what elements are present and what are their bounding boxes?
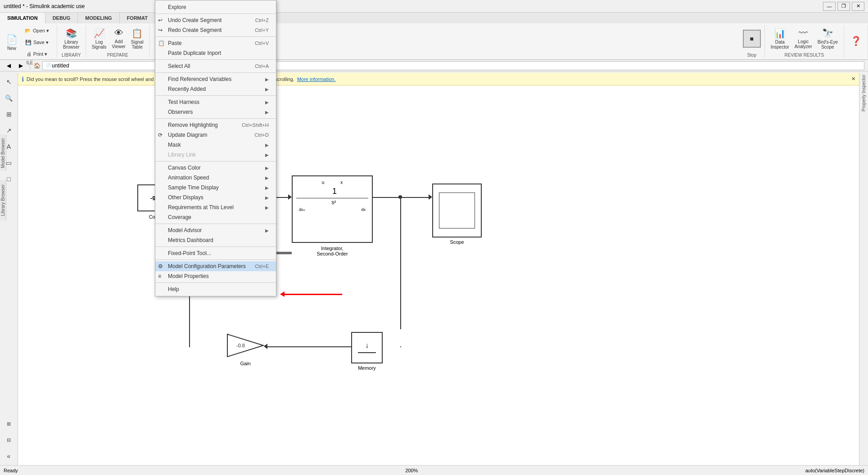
new-button[interactable]: 📄 New bbox=[4, 30, 20, 54]
nav-forward-button[interactable]: ▶ bbox=[16, 61, 26, 71]
save-button[interactable]: 💾 Save ▾ bbox=[21, 37, 53, 48]
library-browser-tab[interactable]: Library Browser bbox=[0, 180, 6, 220]
menu-item-paste[interactable]: 📋 Paste Ctrl+V bbox=[155, 38, 276, 48]
banner-close[interactable]: ✕ bbox=[851, 76, 855, 82]
address-text: untitled bbox=[52, 63, 69, 69]
memory-label: Memory bbox=[351, 365, 383, 371]
menu-sep-1 bbox=[155, 13, 276, 14]
menu-item-paste-dup[interactable]: Paste Duplicate Inport bbox=[155, 48, 276, 58]
save-icon: 💾 bbox=[25, 40, 32, 45]
menu-item-update-diagram[interactable]: ⟳ Update Diagram Ctrl+D bbox=[155, 130, 276, 140]
info-icon: ℹ bbox=[22, 76, 24, 83]
menu-item-coverage[interactable]: Coverage bbox=[155, 212, 276, 222]
titlebar-controls: — ❐ ✕ bbox=[823, 2, 864, 11]
nav-back-button[interactable]: ◀ bbox=[4, 61, 14, 71]
menu-sep-4 bbox=[155, 72, 276, 73]
left-sidebar: ↖ 🔍 ⊞ ↗ A ▭ □ ⊞ ⊟ « bbox=[0, 73, 18, 465]
menu-item-canvas-color[interactable]: Canvas Color ▶ bbox=[155, 163, 276, 173]
close-button[interactable]: ✕ bbox=[852, 2, 864, 11]
restore-button[interactable]: ❐ bbox=[837, 2, 850, 11]
sidebar-cursor-tool[interactable]: ↖ bbox=[2, 75, 16, 89]
more-info-link[interactable]: More information. bbox=[297, 76, 336, 82]
menu-item-animation-speed[interactable]: Animation Speed ▶ bbox=[155, 173, 276, 183]
birds-eye-button[interactable]: 🔭 Bird's-EyeScope bbox=[815, 27, 840, 51]
signal-table-button[interactable]: 📋 SignalTable bbox=[129, 27, 146, 51]
menu-item-find-ref[interactable]: Find Referenced Variables ▶ bbox=[155, 74, 276, 84]
property-panel-tab[interactable]: Property Inspector bbox=[861, 75, 866, 112]
sidebar-bottom2[interactable]: ⊟ bbox=[2, 433, 16, 447]
model-browser-tab[interactable]: Model Browser bbox=[0, 135, 6, 171]
menu-item-observers[interactable]: Observers ▶ bbox=[155, 107, 276, 117]
menu-item-requirements[interactable]: Requirements at This Level ▶ bbox=[155, 202, 276, 212]
model-advisor-arrow: ▶ bbox=[265, 228, 269, 233]
undo-icon: ↩ bbox=[158, 17, 163, 23]
help-button[interactable]: ❓ bbox=[848, 29, 864, 54]
memory-block[interactable]: ↓ bbox=[351, 332, 383, 363]
new-icon: 📄 bbox=[6, 34, 18, 45]
sidebar-bottom1[interactable]: ⊞ bbox=[2, 417, 16, 431]
config-icon: ⚙ bbox=[158, 263, 163, 269]
menu-item-mask[interactable]: Mask ▶ bbox=[155, 140, 276, 150]
menu-item-remove-highlight[interactable]: Remove Highlighting Ctrl+Shift+H bbox=[155, 120, 276, 130]
data-inspector-button[interactable]: 📊 DataInspector bbox=[769, 27, 791, 51]
run-group-buttons: ■ bbox=[743, 25, 761, 52]
minimize-button[interactable]: — bbox=[823, 2, 836, 11]
gain-svg: -0.8 bbox=[225, 332, 266, 359]
menu-item-fixed-point[interactable]: Fixed-Point Tool... bbox=[155, 248, 276, 258]
context-menu: Explore ↩ Undo Create Segment Ctrl+Z ↪ R… bbox=[155, 0, 276, 296]
other-displays-arrow: ▶ bbox=[265, 195, 269, 200]
menu-item-model-props[interactable]: ≡ Model Properties bbox=[155, 271, 276, 281]
sidebar-collapse[interactable]: « bbox=[2, 449, 16, 463]
open-icon: 📂 bbox=[25, 28, 31, 34]
ribbon-content: 📄 New 📂 Open ▾ 💾 Save ▾ 🖨 Print ▾ bbox=[0, 23, 868, 59]
main-canvas[interactable]: ℹ Did you mean to scroll? Press the mous… bbox=[18, 73, 859, 465]
tab-debug[interactable]: DEBUG bbox=[45, 13, 78, 23]
menu-item-redo[interactable]: ↪ Redo Create Segment Ctrl+Y bbox=[155, 25, 276, 35]
scope-block[interactable] bbox=[432, 184, 482, 238]
tab-format[interactable]: FORMAT bbox=[120, 13, 155, 23]
menu-item-recently-added[interactable]: Recently Added ▶ bbox=[155, 84, 276, 94]
menu-item-library-link[interactable]: Library Link ▶ bbox=[155, 150, 276, 160]
find-ref-arrow: ▶ bbox=[265, 77, 269, 82]
integrator-block[interactable]: u x 1 s² dx₀ dx bbox=[292, 175, 373, 243]
library-browser-button[interactable]: 📚 LibraryBrowser bbox=[61, 27, 82, 51]
red-arrow bbox=[284, 294, 342, 295]
log-icon: 📈 bbox=[94, 28, 105, 39]
mask-arrow: ▶ bbox=[265, 143, 269, 148]
tab-simulation[interactable]: SIMULATION bbox=[0, 13, 45, 23]
stop-icon: ■ bbox=[750, 35, 753, 42]
sidebar-block-tool[interactable]: ⊞ bbox=[2, 107, 16, 121]
add-viewer-button[interactable]: 👁 AddViewer bbox=[109, 27, 127, 51]
menu-item-explore[interactable]: Explore bbox=[155, 2, 276, 12]
stop-button[interactable]: ■ bbox=[743, 30, 761, 48]
gain-value: -0.8 bbox=[236, 343, 245, 348]
gain-block[interactable]: -0.8 bbox=[225, 332, 266, 359]
menu-item-model-advisor[interactable]: Model Advisor ▶ bbox=[155, 225, 276, 235]
canvas-area[interactable]: -9.8 Const u x 1 s² dx₀ dx Integrator,Se… bbox=[18, 85, 859, 465]
right-sidebar: Property Inspector bbox=[859, 73, 868, 465]
menu-item-help[interactable]: Help bbox=[155, 284, 276, 294]
menu-item-select-all[interactable]: Select All Ctrl+A bbox=[155, 61, 276, 71]
menu-item-undo[interactable]: ↩ Undo Create Segment Ctrl+Z bbox=[155, 15, 276, 25]
statusbar: Ready 200% auto(VariableStepDiscrete) bbox=[0, 465, 868, 475]
scope-screen bbox=[439, 193, 475, 229]
model-browser-label: Model Browser bbox=[0, 138, 5, 168]
wire-int-scope bbox=[373, 197, 431, 198]
review-group-label: REVIEW RESULTS bbox=[785, 53, 824, 58]
library-group-buttons: 📚 LibraryBrowser bbox=[61, 25, 82, 52]
open-button[interactable]: 📂 Open ▾ bbox=[21, 25, 53, 36]
tab-modeling[interactable]: MODELING bbox=[78, 13, 119, 23]
logic-analyzer-button[interactable]: 〰 LogicAnalyzer bbox=[792, 27, 814, 51]
model-icon: 📄 bbox=[45, 63, 51, 68]
log-signals-button[interactable]: 📈 LogSignals bbox=[90, 27, 109, 51]
menu-item-other-displays[interactable]: Other Displays ▶ bbox=[155, 193, 276, 202]
menu-item-test-harness[interactable]: Test Harness ▶ bbox=[155, 97, 276, 107]
sidebar-search[interactable]: 🔍 bbox=[2, 91, 16, 105]
print-button[interactable]: 🖨 Print ▾ bbox=[21, 49, 53, 59]
menu-item-sample-time[interactable]: Sample Time Display ▶ bbox=[155, 183, 276, 193]
memory-icon: ↓ bbox=[365, 341, 369, 350]
menu-item-model-config[interactable]: ⚙ Model Configuration Parameters Ctrl+E bbox=[155, 261, 276, 271]
wire-down-junction bbox=[400, 199, 401, 329]
menu-item-metrics[interactable]: Metrics Dashboard bbox=[155, 235, 276, 245]
menu-sep-8 bbox=[155, 224, 276, 224]
